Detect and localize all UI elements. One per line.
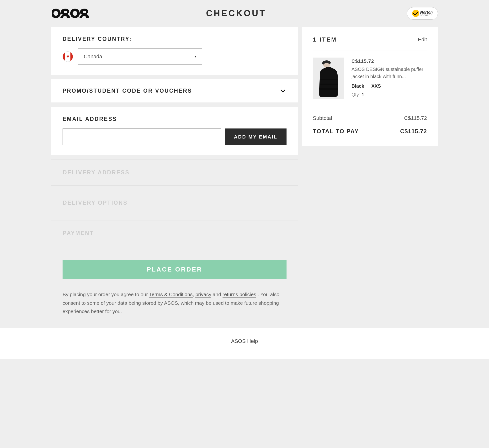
returns-link[interactable]: returns policies	[222, 292, 256, 298]
edit-cart-link[interactable]: Edit	[418, 37, 427, 43]
product-image	[313, 57, 344, 99]
delivery-address-section-disabled: DELIVERY ADDRESS	[51, 160, 298, 186]
norton-secured-badge: Norton SECURED	[407, 7, 438, 20]
chevron-down-icon: ▾	[195, 55, 196, 58]
promo-code-toggle[interactable]: PROMO/STUDENT CODE OR VOUCHERS	[51, 79, 298, 102]
delivery-options-label: DELIVERY OPTIONS	[63, 200, 286, 206]
svg-rect-2	[326, 67, 331, 71]
qty-value: 1	[361, 92, 364, 97]
item-color: Black	[351, 82, 364, 90]
payment-label: PAYMENT	[63, 230, 286, 236]
promo-label: PROMO/STUDENT CODE OR VOUCHERS	[63, 88, 192, 94]
email-input[interactable]	[63, 129, 221, 145]
payment-section-disabled: PAYMENT	[51, 220, 298, 246]
cart-item: C$115.72 ASOS DESIGN sustainable puffer …	[313, 50, 427, 109]
total-value: C$115.72	[400, 128, 427, 135]
subtotal-label: Subtotal	[313, 115, 332, 121]
country-select[interactable]: Canada ▾	[78, 49, 202, 65]
subtotal-value: C$115.72	[404, 115, 427, 121]
delivery-country-label: DELIVERY COUNTRY:	[63, 36, 286, 42]
delivery-country-section: DELIVERY COUNTRY: Canada ▾	[51, 27, 298, 75]
qty-label: Qty:	[351, 92, 360, 97]
item-price: C$115.72	[351, 57, 427, 65]
place-order-button[interactable]: PLACE ORDER	[63, 260, 286, 279]
terms-link[interactable]: Terms & Conditions	[149, 292, 193, 298]
norton-label: Norton	[420, 10, 433, 14]
chevron-down-icon	[279, 87, 286, 94]
total-label: TOTAL TO PAY	[313, 128, 359, 135]
order-summary: 1 ITEM Edit C$115.72	[302, 27, 438, 146]
delivery-options-section-disabled: DELIVERY OPTIONS	[51, 190, 298, 216]
item-name: ASOS DESIGN sustainable puffer jacket in…	[351, 66, 427, 80]
norton-sublabel: SECURED	[420, 14, 433, 16]
item-count: 1 ITEM	[313, 36, 337, 43]
legal-text: By placing your order you agree to our T…	[51, 283, 298, 316]
item-size: XXS	[371, 82, 381, 90]
add-email-button[interactable]: ADD MY EMAIL	[225, 129, 286, 145]
email-section: EMAIL ADDRESS ADD MY EMAIL	[51, 107, 298, 155]
privacy-link[interactable]: privacy	[195, 292, 211, 298]
page-title: CHECKOUT	[65, 8, 407, 18]
footer-help-link[interactable]: ASOS Help	[231, 338, 258, 344]
country-selected-value: Canada	[84, 54, 102, 60]
email-label: EMAIL ADDRESS	[63, 116, 286, 122]
canada-flag-icon	[63, 51, 73, 62]
checkmark-icon	[412, 10, 419, 17]
delivery-address-label: DELIVERY ADDRESS	[63, 169, 286, 176]
